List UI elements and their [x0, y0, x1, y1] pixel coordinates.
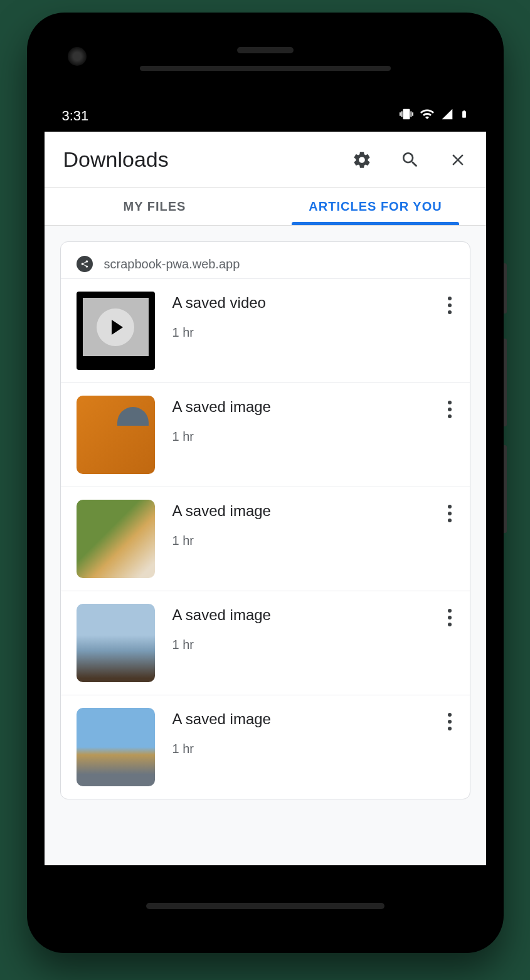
wifi-icon	[420, 107, 435, 125]
item-time: 1 hr	[172, 638, 428, 652]
gear-icon	[352, 150, 372, 170]
power-button	[504, 263, 507, 313]
list-item[interactable]: A saved image 1 hr	[61, 591, 470, 695]
item-menu-button[interactable]	[445, 292, 454, 319]
item-time: 1 hr	[172, 325, 428, 340]
item-title: A saved image	[172, 398, 428, 416]
bottom-speaker-grille	[146, 903, 384, 909]
volume-up-button	[504, 339, 507, 426]
tab-articles-for-you[interactable]: ARTICLES FOR YOU	[265, 188, 486, 225]
tab-label: ARTICLES FOR YOU	[309, 199, 442, 214]
list-item[interactable]: A saved image 1 hr	[61, 695, 470, 799]
play-icon	[97, 308, 134, 346]
page-title: Downloads	[63, 147, 352, 172]
site-card: scrapbook-pwa.web.app A saved video 1 hr	[60, 241, 470, 799]
item-title: A saved video	[172, 294, 428, 312]
settings-button[interactable]	[352, 150, 372, 170]
more-vert-icon	[448, 713, 452, 730]
top-speaker-grille	[140, 66, 391, 71]
tab-my-files[interactable]: MY FILES	[45, 188, 265, 225]
list-item[interactable]: A saved image 1 hr	[61, 487, 470, 591]
item-title: A saved image	[172, 606, 428, 624]
battery-icon	[460, 107, 469, 125]
list-item[interactable]: A saved video 1 hr	[61, 278, 470, 382]
item-menu-button[interactable]	[445, 604, 454, 631]
item-menu-button[interactable]	[445, 500, 454, 527]
item-time: 1 hr	[172, 742, 428, 756]
list-item[interactable]: A saved image 1 hr	[61, 382, 470, 487]
close-icon	[448, 150, 467, 169]
item-thumbnail	[77, 292, 155, 370]
item-title: A saved image	[172, 710, 428, 728]
status-icons	[400, 107, 469, 125]
item-thumbnail	[77, 604, 155, 682]
tabs: MY FILES ARTICLES FOR YOU	[45, 188, 486, 226]
tab-label: MY FILES	[124, 199, 186, 214]
status-bar: 3:31	[45, 100, 486, 132]
app-header: Downloads	[45, 132, 486, 188]
search-button[interactable]	[400, 150, 420, 170]
item-time: 1 hr	[172, 534, 428, 548]
status-time: 3:31	[62, 108, 89, 124]
share-icon	[77, 256, 93, 272]
screen: 3:31 Downloads	[45, 100, 486, 865]
vibrate-icon	[400, 107, 413, 125]
item-thumbnail	[77, 500, 155, 578]
item-thumbnail	[77, 708, 155, 786]
item-menu-button[interactable]	[445, 396, 454, 423]
search-icon	[400, 150, 420, 170]
more-vert-icon	[448, 505, 452, 522]
more-vert-icon	[448, 297, 452, 314]
item-thumbnail	[77, 396, 155, 474]
site-header: scrapbook-pwa.web.app	[61, 242, 470, 278]
phone-frame: 3:31 Downloads	[27, 13, 504, 953]
more-vert-icon	[448, 609, 452, 626]
item-title: A saved image	[172, 502, 428, 520]
close-button[interactable]	[448, 150, 467, 169]
cellular-icon	[441, 108, 453, 124]
more-vert-icon	[448, 401, 452, 418]
site-name: scrapbook-pwa.web.app	[104, 257, 240, 271]
front-camera	[68, 47, 87, 66]
earpiece	[237, 47, 294, 53]
volume-down-button	[504, 445, 507, 533]
content-area[interactable]: scrapbook-pwa.web.app A saved video 1 hr	[45, 226, 486, 865]
item-time: 1 hr	[172, 429, 428, 444]
item-menu-button[interactable]	[445, 708, 454, 735]
